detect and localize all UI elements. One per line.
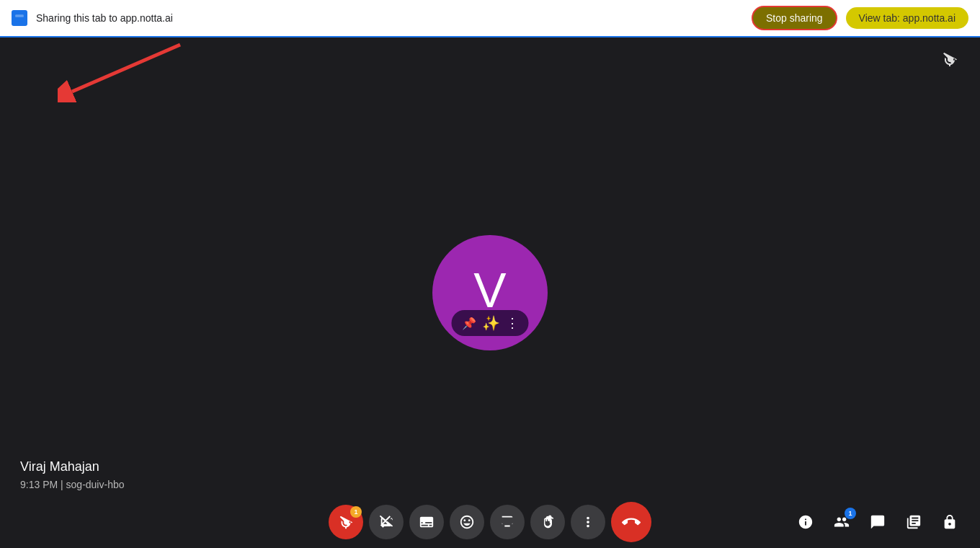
activities-button[interactable] — [898, 506, 930, 538]
avatar-letter: V — [473, 265, 506, 314]
avatar-pill: 📌 ✨ ⋮ — [452, 310, 529, 336]
bottom-left-info: Viraj Mahajan 9:13 PM | sog-duiv-hbo — [20, 459, 125, 490]
camera-button[interactable] — [369, 505, 404, 539]
right-icons: 1 — [790, 506, 966, 538]
participant-name: Viraj Mahajan — [20, 459, 125, 474]
stop-sharing-button[interactable]: Stop sharing — [752, 6, 837, 30]
more-dots-icon[interactable]: ⋮ — [506, 315, 519, 331]
host-controls-button[interactable] — [934, 506, 966, 538]
end-call-button[interactable] — [611, 502, 651, 542]
meeting-info: 9:13 PM | sog-duiv-hbo — [20, 479, 125, 490]
pin-icon[interactable]: 📌 — [462, 317, 476, 330]
mute-indicator-top — [941, 50, 958, 72]
chrome-tab-icon — [12, 10, 27, 26]
mic-badge: 1 — [350, 506, 362, 518]
video-area: V 📌 ✨ ⋮ Viraj Mahajan 9:13 PM | sog-duiv… — [0, 37, 980, 548]
captions-button[interactable] — [409, 505, 444, 539]
emoji-button[interactable] — [450, 505, 484, 539]
more-options-button[interactable] — [571, 505, 605, 539]
svg-rect-1 — [15, 14, 24, 17]
people-badge: 1 — [845, 508, 856, 519]
info-button[interactable] — [790, 506, 821, 538]
sharing-text: Sharing this tab to app.notta.ai — [36, 12, 743, 24]
mic-button[interactable]: 1 — [329, 505, 363, 539]
raise-hand-button[interactable] — [530, 505, 565, 539]
view-tab-button[interactable]: View tab: app.notta.ai — [846, 7, 968, 29]
meeting-time: 9:13 PM — [20, 479, 58, 490]
present-button[interactable] — [490, 505, 525, 539]
people-button[interactable]: 1 — [826, 506, 858, 538]
separator: | — [61, 479, 66, 490]
sparkle-icon: ✨ — [482, 314, 500, 332]
sharing-bar: Sharing this tab to app.notta.ai Stop sh… — [0, 0, 980, 37]
chat-button[interactable] — [862, 506, 894, 538]
meeting-code: sog-duiv-hbo — [66, 479, 125, 490]
